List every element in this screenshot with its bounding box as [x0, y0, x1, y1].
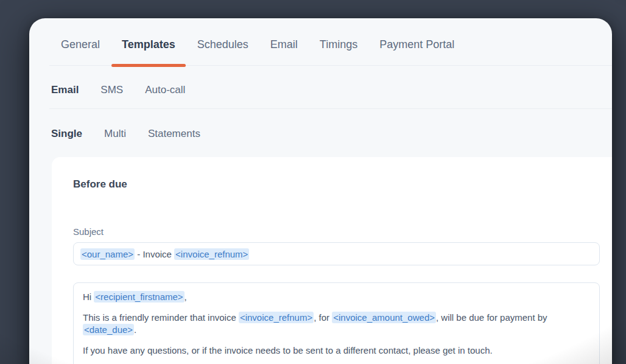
- main-tab-bar: GeneralTemplatesSchedulesEmailTimingsPay…: [29, 18, 612, 65]
- subject-input[interactable]: <our_name> - Invoice <invoice_refnum>: [73, 242, 600, 265]
- body-text: Hi: [83, 292, 94, 302]
- type-tab-single[interactable]: Single: [51, 128, 82, 140]
- channel-tab-sms[interactable]: SMS: [100, 84, 123, 96]
- type-tab-multi[interactable]: Multi: [104, 128, 126, 140]
- tab-schedules[interactable]: Schedules: [197, 38, 248, 65]
- template-tag: <invoice_refnum>: [174, 248, 249, 260]
- body-text: , for: [314, 312, 332, 323]
- body-text: If you have any questions, or if the inv…: [83, 345, 493, 355]
- template-tag: <our_name>: [80, 248, 135, 260]
- body-text: ,: [185, 292, 187, 302]
- subject-label: Subject: [73, 226, 600, 237]
- type-tab-statements[interactable]: Statements: [148, 128, 200, 140]
- settings-window: GeneralTemplatesSchedulesEmailTimingsPay…: [29, 18, 612, 364]
- tab-payment-portal[interactable]: Payment Portal: [379, 38, 454, 65]
- tab-timings[interactable]: Timings: [320, 38, 357, 65]
- card-title: Before due: [73, 178, 600, 191]
- template-card: Before due Subject <our_name> - Invoice …: [52, 157, 612, 364]
- template-tag: <recipient_firstname>: [94, 291, 184, 303]
- tab-general[interactable]: General: [61, 38, 100, 65]
- template-tag: <date_due>: [83, 324, 134, 335]
- body-text: , will be due for payment by: [436, 312, 547, 323]
- template-type-tab-bar: SingleMultiStatements: [29, 109, 612, 140]
- template-tag: <invoice_amount_owed>: [332, 312, 436, 323]
- body-paragraph: This is a friendly reminder that invoice…: [83, 312, 590, 336]
- body-text: - Invoice: [135, 249, 174, 259]
- channel-tab-bar: EmailSMSAuto-call: [29, 66, 612, 108]
- body-paragraph: If you have any questions, or if the inv…: [83, 345, 590, 357]
- body-text: This is a friendly reminder that invoice: [83, 312, 239, 323]
- channel-tab-auto-call[interactable]: Auto-call: [145, 84, 185, 96]
- tab-email[interactable]: Email: [270, 38, 298, 65]
- channel-tab-email[interactable]: Email: [51, 84, 79, 96]
- template-tag: <invoice_refnum>: [239, 312, 314, 323]
- tab-templates[interactable]: Templates: [122, 38, 175, 65]
- body-text: .: [134, 324, 136, 335]
- template-body-editor[interactable]: Hi <recipient_firstname>,This is a frien…: [73, 282, 600, 364]
- body-paragraph: Hi <recipient_firstname>,: [83, 291, 590, 303]
